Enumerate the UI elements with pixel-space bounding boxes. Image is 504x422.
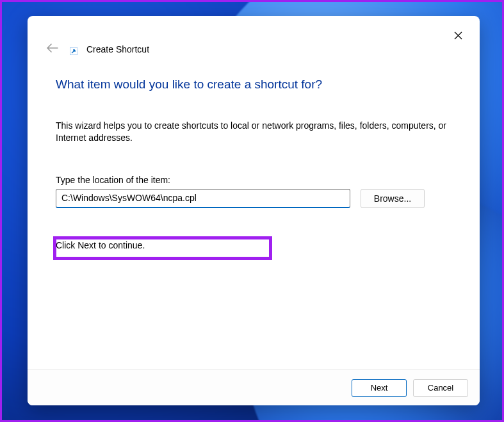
dialog-header: Create Shortcut bbox=[44, 40, 149, 58]
back-arrow-icon bbox=[47, 44, 58, 53]
dialog-footer: Next Cancel bbox=[28, 369, 480, 405]
wizard-heading: What item would you like to create a sho… bbox=[56, 77, 451, 92]
dialog-title: Create Shortcut bbox=[86, 44, 149, 54]
close-icon bbox=[454, 31, 462, 40]
browse-button[interactable]: Browse... bbox=[361, 189, 425, 208]
create-shortcut-dialog: Create Shortcut What item would you like… bbox=[28, 16, 480, 405]
close-button[interactable] bbox=[448, 25, 468, 45]
back-button[interactable] bbox=[44, 40, 61, 58]
shortcut-icon bbox=[70, 47, 77, 55]
next-button[interactable]: Next bbox=[352, 379, 407, 397]
wizard-description: This wizard helps you to create shortcut… bbox=[56, 120, 451, 144]
desktop-background: Create Shortcut What item would you like… bbox=[0, 0, 504, 422]
continue-hint: Click Next to continue. bbox=[56, 240, 451, 250]
location-input[interactable] bbox=[56, 189, 350, 208]
cancel-button[interactable]: Cancel bbox=[413, 379, 468, 397]
dialog-content: What item would you like to create a sho… bbox=[56, 77, 451, 250]
location-label: Type the location of the item: bbox=[56, 175, 451, 185]
